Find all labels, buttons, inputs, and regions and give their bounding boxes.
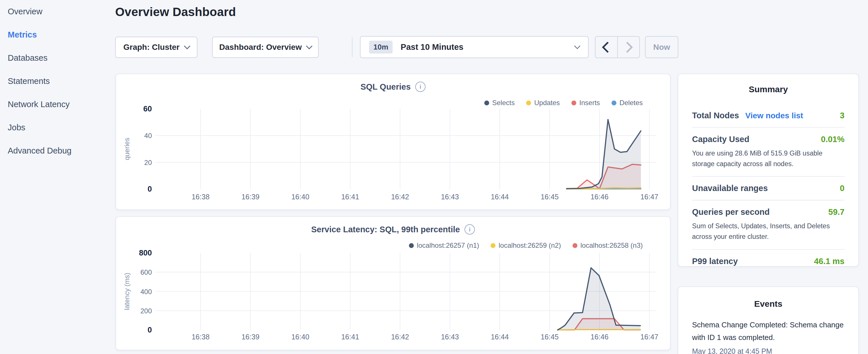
legend-item[interactable]: Updates (526, 99, 560, 107)
page-title: Overview Dashboard (115, 5, 236, 19)
legend-dot-icon (484, 100, 489, 105)
summary-description: You are using 28.6 MiB of 515.9 GiB usab… (692, 148, 844, 169)
summary-value: 0 (840, 184, 844, 193)
sidebar-item-jobs[interactable]: Jobs (0, 116, 115, 139)
time-range-badge: 10m (369, 41, 393, 54)
svg-text:600: 600 (141, 268, 152, 276)
sql-queries-panel: 16:3816:3916:4016:4116:4216:4316:4416:45… (116, 74, 671, 210)
summary-panel: Summary Total Nodes View nodes list 3 Ca… (678, 74, 859, 267)
svg-text:16:44: 16:44 (491, 193, 509, 201)
chevron-down-icon (574, 43, 580, 49)
svg-text:400: 400 (141, 288, 152, 296)
svg-text:16:40: 16:40 (291, 333, 309, 341)
legend-dot-icon (526, 100, 531, 105)
chevron-right-icon (622, 41, 633, 53)
summary-value: 59.7 (829, 207, 844, 217)
sidebar-item-statements[interactable]: Statements (0, 70, 115, 93)
svg-text:16:42: 16:42 (391, 333, 409, 341)
sidebar-item-databases[interactable]: Databases (0, 46, 115, 70)
summary-value: 46.1 ms (814, 257, 844, 266)
view-nodes-list-link[interactable]: View nodes list (745, 111, 803, 120)
legend-dot-icon (612, 100, 616, 105)
legend-dot-icon (409, 243, 414, 248)
summary-label: Capacity Used (692, 135, 749, 144)
summary-row-unavailable-ranges: Unavailable ranges 0 (692, 177, 844, 200)
summary-row-capacity-used: Capacity Used 0.01% You are using 28.6 M… (692, 128, 844, 177)
svg-text:800: 800 (139, 249, 152, 257)
svg-text:0: 0 (148, 185, 152, 193)
svg-text:16:40: 16:40 (291, 193, 309, 201)
chart-title-row: Service Latency: SQL, 99th percentile i (116, 224, 670, 234)
info-icon[interactable]: i (465, 224, 475, 234)
graph-scope-dropdown[interactable]: Graph: Cluster (115, 37, 197, 58)
legend-label: Selects (492, 99, 515, 107)
time-range-dropdown[interactable]: 10m Past 10 Minutes (360, 36, 589, 58)
chart-legend: localhost:26257 (n1)localhost:26259 (n2)… (409, 242, 643, 250)
now-button[interactable]: Now (645, 36, 678, 58)
legend-item[interactable]: Selects (484, 99, 515, 107)
app-root: Overview Metrics Databases Statements Ne… (0, 0, 868, 354)
legend-item[interactable]: Deletes (612, 99, 643, 107)
legend-label: Inserts (580, 99, 600, 107)
svg-text:16:46: 16:46 (591, 333, 609, 341)
sidebar-item-overview[interactable]: Overview (0, 0, 115, 23)
events-panel: Events Schema Change Completed: Schema c… (678, 286, 859, 354)
chart-title: Service Latency: SQL, 99th percentile (311, 225, 460, 234)
summary-row-p99-latency: P99 latency 46.1 ms (692, 250, 844, 273)
svg-text:queries: queries (123, 138, 131, 160)
dashboard-dropdown[interactable]: Dashboard: Overview (212, 37, 319, 58)
chart-legend: SelectsUpdatesInsertsDeletes (484, 99, 643, 107)
svg-text:16:42: 16:42 (391, 193, 409, 201)
chevron-down-icon (306, 43, 313, 50)
time-range-label: Past 10 Minutes (401, 42, 570, 52)
svg-text:16:39: 16:39 (242, 193, 260, 201)
legend-dot-icon (572, 243, 578, 248)
svg-text:16:41: 16:41 (341, 193, 359, 201)
chart-title: SQL Queries (361, 82, 411, 92)
toolbar-divider (352, 37, 352, 57)
sidebar-item-advanced-debug[interactable]: Advanced Debug (0, 139, 115, 162)
events-title: Events (692, 299, 844, 309)
sidebar-item-network-latency[interactable]: Network Latency (0, 93, 115, 116)
sql-queries-chart[interactable]: 16:3816:3916:4016:4116:4216:4316:4416:45… (116, 74, 670, 210)
time-step-back-button[interactable] (595, 37, 618, 58)
chevron-left-icon (602, 41, 613, 53)
svg-text:16:47: 16:47 (641, 193, 658, 201)
legend-item[interactable]: localhost:26258 (n3) (572, 242, 643, 250)
event-message: Schema Change Completed: Schema change w… (692, 319, 844, 344)
summary-row-total-nodes: Total Nodes View nodes list 3 (692, 104, 844, 128)
legend-item[interactable]: localhost:26257 (n1) (409, 242, 479, 250)
event-list-item[interactable]: Schema Change Completed: Schema change w… (692, 319, 844, 354)
svg-text:200: 200 (141, 307, 152, 315)
legend-label: localhost:26258 (n3) (581, 242, 643, 250)
svg-text:16:43: 16:43 (441, 333, 459, 341)
summary-title: Summary (692, 85, 844, 94)
time-step-forward-button[interactable] (618, 37, 640, 58)
legend-item[interactable]: Inserts (571, 99, 600, 107)
svg-text:16:39: 16:39 (242, 333, 260, 341)
service-latency-panel: 16:3816:3916:4016:4116:4216:4316:4416:45… (116, 216, 671, 350)
svg-text:0: 0 (148, 326, 152, 334)
time-step-button-group (595, 36, 640, 58)
svg-text:16:47: 16:47 (641, 333, 658, 341)
chart-title-row: SQL Queries i (116, 82, 670, 92)
legend-dot-icon (571, 100, 576, 105)
svg-text:16:44: 16:44 (491, 333, 509, 341)
svg-text:16:45: 16:45 (541, 333, 559, 341)
legend-label: localhost:26259 (n2) (499, 242, 561, 250)
info-icon[interactable]: i (415, 82, 426, 92)
summary-value: 3 (840, 111, 844, 120)
legend-dot-icon (491, 243, 495, 248)
event-timestamp: May 13, 2020 at 4:45 PM (692, 347, 844, 354)
sidebar-item-metrics[interactable]: Metrics (0, 23, 115, 46)
summary-label: Unavailable ranges (692, 184, 768, 193)
svg-text:16:45: 16:45 (541, 193, 559, 201)
sidebar: Overview Metrics Databases Statements Ne… (0, 0, 115, 354)
graph-scope-label: Graph: Cluster (123, 43, 179, 52)
legend-label: localhost:26257 (n1) (417, 242, 479, 250)
svg-text:16:46: 16:46 (591, 193, 609, 201)
service-latency-chart[interactable]: 16:3816:3916:4016:4116:4216:4316:4416:45… (116, 217, 670, 350)
svg-text:60: 60 (143, 104, 152, 113)
legend-item[interactable]: localhost:26259 (n2) (491, 242, 561, 250)
svg-text:40: 40 (144, 132, 152, 139)
